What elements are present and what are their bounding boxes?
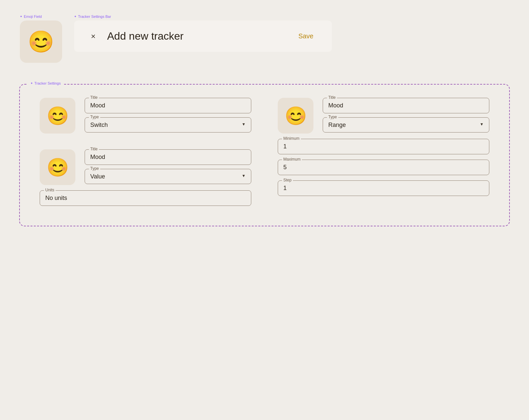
tracker-bar-section: Tracker Settings Bar × Add new tracker S… — [74, 15, 332, 52]
left-bottom-title-legend: Title — [89, 147, 99, 151]
left-top-item-row: 😊 Title Type Switch — [40, 98, 251, 134]
emoji-field-card[interactable]: 😊 — [20, 20, 62, 63]
left-top-type-select[interactable]: Switch Value Range Boolean — [90, 120, 246, 128]
right-title-input[interactable] — [328, 101, 484, 109]
left-top-title-input[interactable] — [90, 101, 246, 109]
right-minimum-legend: Minimum — [282, 136, 301, 141]
right-minimum-input[interactable] — [283, 142, 484, 150]
right-item-row: 😊 Title Type Switch — [278, 98, 489, 134]
left-bottom-units-input[interactable] — [45, 193, 246, 202]
left-top-type-select-wrapper: Switch Value Range Boolean — [90, 120, 246, 128]
right-fields: Title Type Switch Value Range — [323, 98, 489, 133]
left-bottom-emoji[interactable]: 😊 — [40, 149, 75, 185]
left-bottom-item: 😊 Title Type Switch — [40, 149, 251, 206]
right-minimum-field: Minimum — [278, 139, 489, 154]
tracker-title: Add new tracker — [107, 30, 285, 42]
tracker-settings-box: Tracker Settings 😊 Title Type — [19, 84, 510, 226]
left-bottom-item-row: 😊 Title Type Switch — [40, 149, 251, 185]
left-bottom-type-legend: Type — [89, 166, 100, 171]
left-bottom-type-field: Type Switch Value Range Boolean — [85, 169, 251, 184]
tracker-settings-label: Tracker Settings — [28, 81, 63, 85]
right-title-field: Title — [323, 98, 489, 113]
left-bottom-fields: Title Type Switch Value Range — [85, 149, 251, 184]
left-top-fields: Title Type Switch Value Range — [85, 98, 251, 133]
emoji-field-section: Emoji Field 😊 — [20, 15, 62, 63]
right-step-field: Step — [278, 180, 489, 196]
emoji-field-label: Emoji Field — [20, 15, 62, 19]
right-maximum-legend: Maximum — [282, 157, 302, 162]
save-button[interactable]: Save — [293, 30, 319, 43]
right-type-select-wrapper: Switch Value Range Boolean — [328, 120, 484, 128]
right-maximum-field: Maximum — [278, 160, 489, 175]
left-bottom-title-field: Title — [85, 149, 251, 165]
left-bottom-units-field: Units — [40, 190, 251, 206]
left-top-title-field: Title — [85, 98, 251, 113]
right-type-select[interactable]: Switch Value Range Boolean — [328, 120, 484, 128]
settings-grid: 😊 Title Type Switch — [40, 98, 489, 206]
left-bottom-type-select-wrapper: Switch Value Range Boolean — [90, 172, 246, 180]
left-top-type-legend: Type — [89, 115, 100, 119]
right-title-legend: Title — [327, 95, 337, 100]
left-bottom-units-legend: Units — [44, 188, 56, 192]
tracker-bar: × Add new tracker Save — [74, 20, 332, 52]
right-item-layout: 😊 Title Type Switch — [278, 98, 489, 196]
right-type-field: Type Switch Value Range Boolean — [323, 117, 489, 133]
right-column: 😊 Title Type Switch — [278, 98, 489, 206]
left-top-emoji[interactable]: 😊 — [40, 98, 75, 134]
right-step-input[interactable] — [283, 183, 484, 192]
tracker-settings-section: Tracker Settings 😊 Title Type — [19, 84, 510, 226]
left-bottom-type-select[interactable]: Switch Value Range Boolean — [90, 172, 246, 180]
left-top-title-legend: Title — [89, 95, 99, 100]
right-step-legend: Step — [282, 178, 293, 182]
left-column: 😊 Title Type Switch — [40, 98, 251, 206]
right-emoji[interactable]: 😊 — [278, 98, 313, 134]
right-maximum-input[interactable] — [283, 163, 484, 171]
left-top-item: 😊 Title Type Switch — [40, 98, 251, 134]
close-button[interactable]: × — [87, 30, 99, 42]
left-top-type-field: Type Switch Value Range Boolean — [85, 117, 251, 133]
left-bottom-title-input[interactable] — [90, 152, 246, 161]
tracker-bar-label: Tracker Settings Bar — [74, 15, 332, 19]
right-type-legend: Type — [327, 115, 338, 119]
